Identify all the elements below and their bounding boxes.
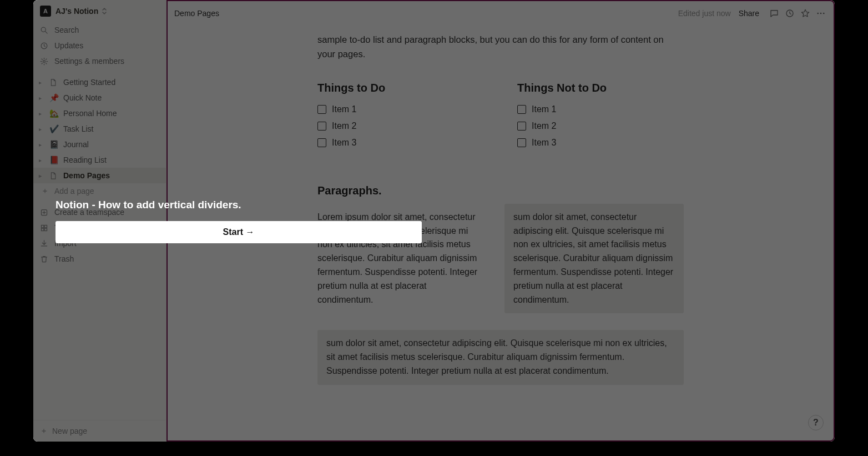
tutorial-title: Notion - How to add vertical dividers. — [55, 199, 422, 211]
sidebar-settings[interactable]: Settings & members — [33, 53, 166, 69]
paragraphs-heading: Paragraphs. — [317, 184, 684, 197]
svg-rect-5 — [42, 225, 44, 227]
sidebar-page-label: Quick Note — [63, 93, 102, 102]
checkbox-icon[interactable] — [317, 122, 326, 131]
todo-label: Item 2 — [332, 121, 356, 131]
sidebar-page-label: Task List — [63, 124, 93, 133]
todo-label: Item 2 — [532, 121, 556, 131]
paragraph-right[interactable]: sum dolor sit amet, consectetur adipisci… — [504, 204, 684, 314]
sidebar-page-label: Journal — [63, 140, 89, 149]
todo-item[interactable]: Item 1 — [517, 101, 684, 118]
page-emoji-icon: ✔️ — [49, 124, 59, 133]
chevron-right-icon[interactable]: ▸ — [39, 126, 44, 132]
import-icon — [40, 239, 50, 248]
col-left-title: Things to Do — [317, 82, 484, 94]
svg-point-10 — [817, 13, 819, 14]
plus-icon: ＋ — [40, 186, 50, 196]
todo-item[interactable]: Item 3 — [317, 134, 484, 151]
workspace-icon: A — [40, 6, 51, 17]
tutorial-overlay: Notion - How to add vertical dividers. S… — [55, 199, 422, 243]
history-icon[interactable] — [784, 7, 796, 19]
sidebar-page-item[interactable]: ▸Getting Started — [33, 74, 166, 90]
sidebar-trash-label: Trash — [54, 254, 74, 263]
checkbox-icon[interactable] — [517, 105, 526, 114]
plus-icon: ＋ — [40, 426, 48, 436]
checkbox-icon[interactable] — [517, 122, 526, 131]
todo-item[interactable]: Item 2 — [517, 118, 684, 134]
checkbox-icon[interactable] — [317, 138, 326, 147]
sidebar-updates[interactable]: Updates — [33, 38, 166, 53]
col-right-title: Things Not to Do — [517, 82, 684, 94]
sidebar-updates-label: Updates — [54, 41, 83, 50]
sidebar-settings-label: Settings & members — [54, 57, 124, 66]
comments-icon[interactable] — [768, 7, 780, 19]
svg-rect-7 — [42, 228, 44, 230]
page-doc-icon — [49, 78, 59, 87]
sidebar-page-label: Getting Started — [63, 78, 115, 87]
checkbox-icon[interactable] — [517, 138, 526, 147]
sidebar-page-item[interactable]: ▸Demo Pages — [33, 168, 166, 183]
sidebar-search[interactable]: Search — [33, 22, 166, 38]
sidebar-page-label: Personal Home — [63, 109, 117, 118]
search-icon — [40, 26, 50, 34]
sidebar-search-label: Search — [54, 26, 79, 34]
intro-paragraph: sample to-do list and paragraph blocks, … — [317, 32, 684, 62]
svg-point-3 — [43, 60, 46, 62]
templates-icon — [40, 224, 50, 232]
workspace-switcher[interactable]: A AJ's Notion — [33, 0, 166, 22]
share-button[interactable]: Share — [739, 9, 759, 18]
edited-status: Edited just now — [678, 9, 731, 18]
page-emoji-icon: 📌 — [49, 93, 59, 102]
gear-icon — [40, 57, 50, 66]
svg-rect-6 — [44, 225, 47, 227]
teamspace-icon — [40, 208, 50, 217]
chevron-updown-icon — [102, 8, 107, 14]
topbar: Demo Pages Edited just now Share — [168, 1, 834, 26]
sidebar-trash[interactable]: Trash — [33, 251, 166, 267]
page-emoji-icon: 📓 — [49, 140, 59, 149]
svg-point-12 — [823, 13, 825, 14]
sidebar-page-label: Demo Pages — [63, 171, 110, 180]
todo-label: Item 3 — [532, 138, 556, 148]
trash-icon — [40, 255, 50, 263]
chevron-right-icon[interactable]: ▸ — [39, 111, 44, 117]
page-emoji-icon: 📕 — [49, 156, 59, 164]
new-page-label: New page — [52, 427, 87, 435]
sidebar-new-page-bottom[interactable]: ＋ New page — [33, 420, 166, 442]
sidebar-page-item[interactable]: ▸🏡Personal Home — [33, 106, 166, 121]
svg-line-1 — [45, 31, 47, 33]
more-icon[interactable] — [815, 7, 827, 19]
chevron-right-icon[interactable]: ▸ — [39, 79, 44, 86]
sidebar-page-item[interactable]: ▸📌Quick Note — [33, 90, 166, 106]
todo-label: Item 1 — [332, 104, 356, 114]
chevron-right-icon[interactable]: ▸ — [39, 142, 44, 148]
workspace-name: AJ's Notion — [55, 7, 98, 16]
page-doc-icon — [49, 172, 59, 180]
start-button[interactable]: Start → — [55, 221, 422, 243]
todo-label: Item 1 — [532, 104, 556, 114]
star-icon[interactable] — [799, 7, 811, 19]
chevron-right-icon[interactable]: ▸ — [39, 157, 44, 163]
chevron-right-icon[interactable]: ▸ — [39, 95, 44, 101]
todo-item[interactable]: Item 1 — [317, 101, 484, 118]
paragraph-full[interactable]: sum dolor sit amet, consectetur adipisci… — [317, 330, 684, 384]
breadcrumb[interactable]: Demo Pages — [174, 9, 219, 18]
help-button[interactable]: ? — [808, 415, 824, 430]
svg-point-11 — [820, 13, 822, 14]
sidebar-page-label: Reading List — [63, 156, 107, 164]
sidebar-page-item[interactable]: ▸✔️Task List — [33, 121, 166, 137]
chevron-right-icon[interactable]: ▸ — [39, 173, 44, 179]
sidebar-page-item[interactable]: ▸📕Reading List — [33, 152, 166, 168]
svg-rect-8 — [44, 228, 47, 230]
page-emoji-icon: 🏡 — [49, 109, 59, 118]
sidebar-add-page[interactable]: ＋ Add a page — [33, 183, 166, 199]
checkbox-icon[interactable] — [317, 105, 326, 114]
sidebar-page-item[interactable]: ▸📓Journal — [33, 137, 166, 152]
clock-icon — [40, 42, 50, 50]
todo-label: Item 3 — [332, 138, 356, 148]
sidebar-add-page-label: Add a page — [54, 187, 94, 196]
todo-item[interactable]: Item 3 — [517, 134, 684, 151]
todo-item[interactable]: Item 2 — [317, 118, 484, 134]
